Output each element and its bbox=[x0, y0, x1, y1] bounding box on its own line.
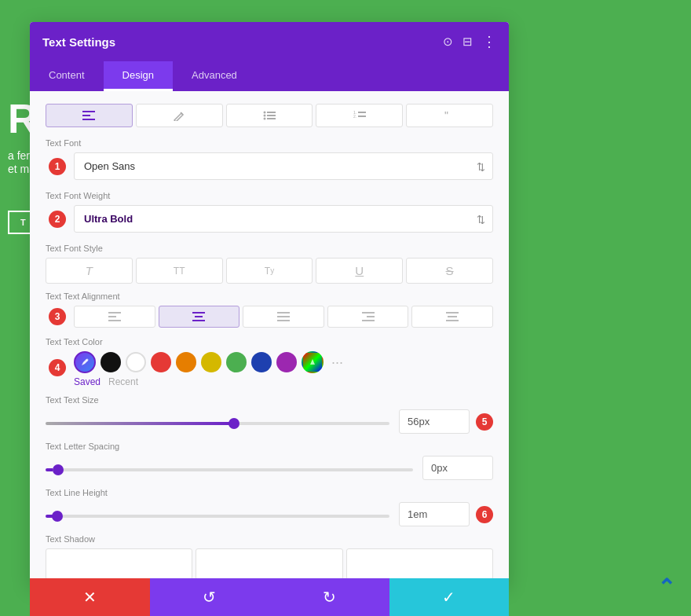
tabs: Content Design Advanced bbox=[30, 61, 509, 91]
top-icon-row: 1.2. " bbox=[46, 101, 493, 127]
color-swatches-row: ··· bbox=[74, 351, 493, 373]
svg-rect-16 bbox=[108, 316, 116, 317]
font-weight-select[interactable]: Ultra Bold bbox=[74, 205, 493, 233]
line-height-value-container: 1em 6 bbox=[399, 502, 493, 526]
font-select[interactable]: Open Sans bbox=[74, 152, 493, 180]
style-tt[interactable]: TT bbox=[136, 258, 223, 284]
align-center-btn[interactable] bbox=[159, 306, 240, 328]
line-height-label: Text Line Height bbox=[46, 488, 493, 497]
color-more-btn[interactable]: ··· bbox=[331, 354, 343, 371]
letter-spacing-slider[interactable] bbox=[46, 468, 413, 471]
color-red[interactable] bbox=[151, 352, 171, 372]
svg-rect-23 bbox=[277, 320, 290, 321]
shadow-btn-3[interactable] bbox=[346, 548, 493, 580]
saved-recent-row: Saved Recent bbox=[74, 376, 493, 387]
redo-button[interactable]: ↻ bbox=[269, 578, 389, 616]
icon-pen[interactable] bbox=[136, 104, 223, 127]
cancel-button[interactable]: ✕ bbox=[30, 578, 150, 616]
text-size-value-container: 56px 5 bbox=[399, 409, 493, 434]
target-icon[interactable]: ⊙ bbox=[443, 35, 453, 49]
style-strikethrough[interactable]: S bbox=[406, 258, 493, 284]
color-label: Text Text Color bbox=[46, 337, 493, 346]
svg-point-6 bbox=[263, 115, 265, 117]
letter-spacing-slider-wrap bbox=[46, 462, 413, 474]
save-button[interactable]: ✓ bbox=[389, 578, 510, 616]
saved-btn[interactable]: Saved bbox=[74, 376, 101, 387]
alignment-label: Text Text Alignment bbox=[46, 292, 493, 301]
line-height-slider[interactable] bbox=[46, 515, 389, 518]
align-full-btn[interactable] bbox=[411, 306, 493, 328]
font-weight-label: Text Font Weight bbox=[46, 191, 493, 200]
color-gradient-btn[interactable] bbox=[302, 351, 324, 373]
svg-rect-5 bbox=[267, 112, 276, 113]
panel-header: Text Settings ⊙ ⊟ ⋮ bbox=[30, 22, 509, 61]
alignment-badge: 3 bbox=[49, 308, 66, 325]
letter-spacing-label: Text Letter Spacing bbox=[46, 442, 493, 451]
text-shadow-row bbox=[46, 548, 493, 580]
bottom-bar: ✕ ↺ ↻ ✓ bbox=[30, 578, 509, 616]
text-settings-panel: Text Settings ⊙ ⊟ ⋮ Content Design Advan… bbox=[30, 22, 509, 586]
text-size-label: Text Text Size bbox=[46, 395, 493, 405]
color-green[interactable] bbox=[226, 352, 247, 372]
style-italic[interactable]: T bbox=[46, 258, 133, 284]
text-shadow-label: Text Shadow bbox=[46, 534, 493, 544]
svg-rect-11 bbox=[358, 112, 366, 113]
icon-list-ul[interactable] bbox=[226, 104, 313, 127]
columns-icon[interactable]: ⊟ bbox=[462, 35, 473, 49]
line-height-value[interactable]: 1em bbox=[399, 502, 470, 526]
font-weight-badge: 2 bbox=[49, 211, 66, 228]
color-yellow[interactable] bbox=[201, 352, 221, 372]
more-icon[interactable]: ⋮ bbox=[482, 33, 496, 50]
icon-list-ol[interactable]: 1.2. bbox=[316, 104, 403, 127]
svg-rect-21 bbox=[277, 312, 290, 314]
align-left-btn[interactable] bbox=[74, 306, 155, 328]
text-size-slider[interactable] bbox=[46, 422, 389, 425]
svg-rect-27 bbox=[446, 312, 459, 314]
text-size-row: 56px 5 bbox=[46, 409, 493, 434]
font-select-container: 1 Open Sans ⇅ bbox=[74, 152, 493, 180]
letter-spacing-value[interactable]: 0px bbox=[422, 456, 493, 480]
svg-rect-17 bbox=[108, 320, 121, 321]
color-section: 4 ··· bbox=[74, 351, 493, 387]
color-black[interactable] bbox=[101, 352, 121, 372]
font-style-label: Text Font Style bbox=[46, 244, 493, 253]
color-purple[interactable] bbox=[276, 352, 297, 372]
line-height-row: 1em 6 bbox=[46, 502, 493, 526]
svg-rect-13 bbox=[358, 116, 366, 117]
panel-title: Text Settings bbox=[42, 35, 115, 49]
color-blue[interactable] bbox=[251, 352, 272, 372]
svg-rect-0 bbox=[82, 111, 95, 112]
recent-btn[interactable]: Recent bbox=[108, 376, 138, 387]
svg-rect-2 bbox=[82, 119, 95, 120]
font-style-row: T TT Ty U S bbox=[46, 258, 493, 284]
panel-body: 1.2. " Text Font 1 Open Sans ⇅ Text Font… bbox=[30, 91, 509, 586]
tab-content[interactable]: Content bbox=[30, 61, 104, 91]
style-underline[interactable]: U bbox=[316, 258, 403, 284]
tab-design[interactable]: Design bbox=[104, 61, 173, 91]
svg-rect-26 bbox=[362, 320, 375, 321]
color-picker-btn[interactable] bbox=[74, 351, 96, 373]
font-select-wrapper: Open Sans ⇅ bbox=[74, 152, 493, 180]
align-justify-btn[interactable] bbox=[243, 306, 324, 328]
svg-rect-22 bbox=[277, 316, 290, 317]
icon-align-left[interactable] bbox=[46, 104, 133, 127]
shadow-btn-2[interactable] bbox=[196, 548, 342, 580]
color-white[interactable] bbox=[126, 352, 146, 372]
tab-advanced[interactable]: Advanced bbox=[173, 61, 256, 91]
svg-rect-19 bbox=[195, 316, 203, 317]
alignment-row: 3 bbox=[74, 306, 493, 328]
line-height-slider-wrap bbox=[46, 508, 389, 520]
svg-point-30 bbox=[86, 359, 89, 361]
text-size-slider-wrap bbox=[46, 416, 389, 427]
color-orange[interactable] bbox=[176, 352, 196, 372]
undo-button[interactable]: ↺ bbox=[150, 578, 270, 616]
style-ty[interactable]: Ty bbox=[226, 258, 313, 284]
shadow-btn-1[interactable] bbox=[46, 548, 192, 580]
svg-rect-18 bbox=[192, 312, 205, 314]
align-right-btn[interactable] bbox=[327, 306, 409, 328]
font-label: Text Font bbox=[46, 138, 493, 148]
a-logo: ⌃ bbox=[657, 574, 675, 600]
text-size-badge: 5 bbox=[476, 413, 493, 431]
text-size-value[interactable]: 56px bbox=[399, 409, 470, 434]
icon-quote[interactable]: " bbox=[406, 104, 493, 127]
